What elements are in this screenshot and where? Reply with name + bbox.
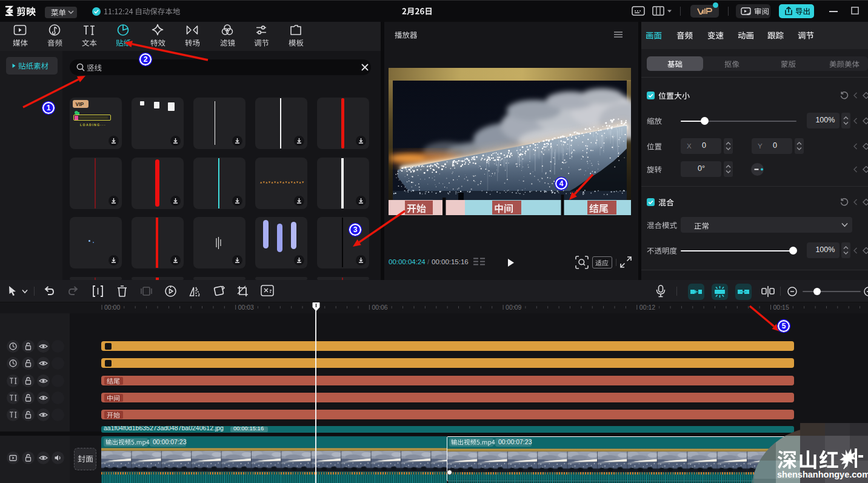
svg-text:00:03: 00:03 — [238, 304, 254, 311]
svg-text:00:06: 00:06 — [372, 304, 387, 311]
svg-text:00:15: 00:15 — [773, 304, 789, 311]
svg-text:00:09: 00:09 — [506, 304, 521, 311]
svg-text:00:12: 00:12 — [639, 304, 655, 311]
svg-text:00:00: 00:00 — [104, 304, 120, 311]
